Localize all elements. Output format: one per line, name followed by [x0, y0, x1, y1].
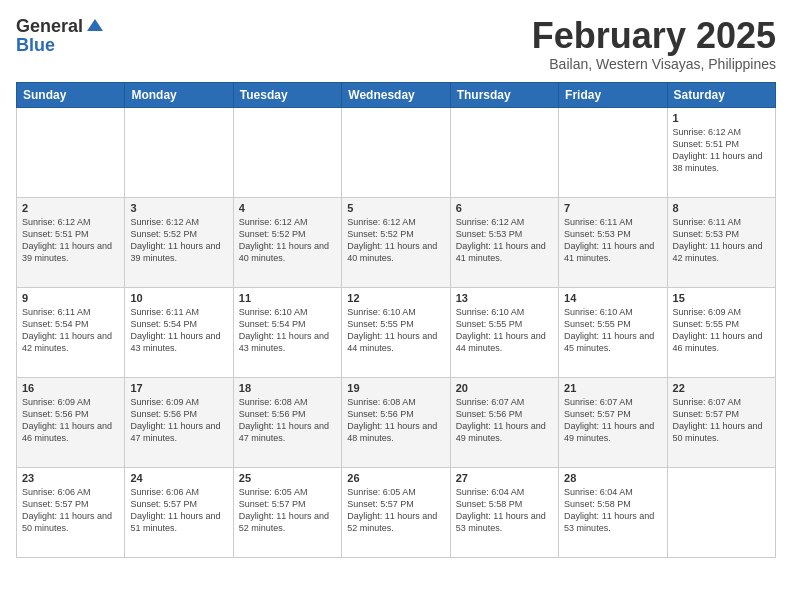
calendar-cell — [559, 107, 667, 197]
calendar-cell: 1Sunrise: 6:12 AM Sunset: 5:51 PM Daylig… — [667, 107, 775, 197]
day-info-text: Sunrise: 6:04 AM Sunset: 5:58 PM Dayligh… — [456, 486, 553, 535]
day-info-text: Sunrise: 6:10 AM Sunset: 5:55 PM Dayligh… — [564, 306, 661, 355]
calendar-cell: 12Sunrise: 6:10 AM Sunset: 5:55 PM Dayli… — [342, 287, 450, 377]
calendar-cell — [125, 107, 233, 197]
day-number: 17 — [130, 382, 227, 394]
day-number: 10 — [130, 292, 227, 304]
logo-general-text: General — [16, 16, 83, 37]
day-number: 27 — [456, 472, 553, 484]
day-of-week-saturday: Saturday — [667, 82, 775, 107]
calendar-cell: 10Sunrise: 6:11 AM Sunset: 5:54 PM Dayli… — [125, 287, 233, 377]
day-info-text: Sunrise: 6:09 AM Sunset: 5:56 PM Dayligh… — [130, 396, 227, 445]
day-number: 4 — [239, 202, 336, 214]
calendar-week-4: 16Sunrise: 6:09 AM Sunset: 5:56 PM Dayli… — [17, 377, 776, 467]
day-info-text: Sunrise: 6:07 AM Sunset: 5:57 PM Dayligh… — [673, 396, 770, 445]
day-number: 22 — [673, 382, 770, 394]
day-info-text: Sunrise: 6:12 AM Sunset: 5:51 PM Dayligh… — [673, 126, 770, 175]
day-number: 19 — [347, 382, 444, 394]
day-number: 21 — [564, 382, 661, 394]
day-number: 12 — [347, 292, 444, 304]
title-area: February 2025 Bailan, Western Visayas, P… — [532, 16, 776, 72]
day-number: 16 — [22, 382, 119, 394]
day-info-text: Sunrise: 6:10 AM Sunset: 5:55 PM Dayligh… — [456, 306, 553, 355]
day-info-text: Sunrise: 6:07 AM Sunset: 5:56 PM Dayligh… — [456, 396, 553, 445]
day-number: 6 — [456, 202, 553, 214]
day-number: 15 — [673, 292, 770, 304]
month-title: February 2025 — [532, 16, 776, 56]
day-info-text: Sunrise: 6:07 AM Sunset: 5:57 PM Dayligh… — [564, 396, 661, 445]
day-info-text: Sunrise: 6:11 AM Sunset: 5:53 PM Dayligh… — [564, 216, 661, 265]
calendar-header-row: SundayMondayTuesdayWednesdayThursdayFrid… — [17, 82, 776, 107]
day-info-text: Sunrise: 6:10 AM Sunset: 5:55 PM Dayligh… — [347, 306, 444, 355]
day-number: 7 — [564, 202, 661, 214]
calendar-week-3: 9Sunrise: 6:11 AM Sunset: 5:54 PM Daylig… — [17, 287, 776, 377]
logo-icon — [85, 17, 105, 37]
day-info-text: Sunrise: 6:12 AM Sunset: 5:51 PM Dayligh… — [22, 216, 119, 265]
calendar-cell: 19Sunrise: 6:08 AM Sunset: 5:56 PM Dayli… — [342, 377, 450, 467]
day-number: 9 — [22, 292, 119, 304]
day-number: 24 — [130, 472, 227, 484]
day-info-text: Sunrise: 6:11 AM Sunset: 5:54 PM Dayligh… — [130, 306, 227, 355]
calendar-week-1: 1Sunrise: 6:12 AM Sunset: 5:51 PM Daylig… — [17, 107, 776, 197]
day-of-week-friday: Friday — [559, 82, 667, 107]
day-info-text: Sunrise: 6:12 AM Sunset: 5:53 PM Dayligh… — [456, 216, 553, 265]
day-info-text: Sunrise: 6:12 AM Sunset: 5:52 PM Dayligh… — [239, 216, 336, 265]
calendar-cell: 24Sunrise: 6:06 AM Sunset: 5:57 PM Dayli… — [125, 467, 233, 557]
location-text: Bailan, Western Visayas, Philippines — [532, 56, 776, 72]
day-info-text: Sunrise: 6:11 AM Sunset: 5:53 PM Dayligh… — [673, 216, 770, 265]
logo: General Blue — [16, 16, 105, 56]
day-number: 14 — [564, 292, 661, 304]
calendar-cell: 27Sunrise: 6:04 AM Sunset: 5:58 PM Dayli… — [450, 467, 558, 557]
calendar-cell: 8Sunrise: 6:11 AM Sunset: 5:53 PM Daylig… — [667, 197, 775, 287]
calendar-cell: 11Sunrise: 6:10 AM Sunset: 5:54 PM Dayli… — [233, 287, 341, 377]
calendar-cell — [342, 107, 450, 197]
calendar-cell: 28Sunrise: 6:04 AM Sunset: 5:58 PM Dayli… — [559, 467, 667, 557]
calendar-week-2: 2Sunrise: 6:12 AM Sunset: 5:51 PM Daylig… — [17, 197, 776, 287]
svg-marker-0 — [87, 19, 103, 31]
calendar-week-5: 23Sunrise: 6:06 AM Sunset: 5:57 PM Dayli… — [17, 467, 776, 557]
calendar-cell: 18Sunrise: 6:08 AM Sunset: 5:56 PM Dayli… — [233, 377, 341, 467]
calendar-cell: 4Sunrise: 6:12 AM Sunset: 5:52 PM Daylig… — [233, 197, 341, 287]
day-of-week-sunday: Sunday — [17, 82, 125, 107]
day-info-text: Sunrise: 6:08 AM Sunset: 5:56 PM Dayligh… — [347, 396, 444, 445]
day-of-week-tuesday: Tuesday — [233, 82, 341, 107]
calendar-cell: 17Sunrise: 6:09 AM Sunset: 5:56 PM Dayli… — [125, 377, 233, 467]
day-info-text: Sunrise: 6:04 AM Sunset: 5:58 PM Dayligh… — [564, 486, 661, 535]
day-number: 8 — [673, 202, 770, 214]
calendar-cell: 2Sunrise: 6:12 AM Sunset: 5:51 PM Daylig… — [17, 197, 125, 287]
calendar-cell: 9Sunrise: 6:11 AM Sunset: 5:54 PM Daylig… — [17, 287, 125, 377]
calendar-cell: 14Sunrise: 6:10 AM Sunset: 5:55 PM Dayli… — [559, 287, 667, 377]
day-number: 23 — [22, 472, 119, 484]
day-of-week-monday: Monday — [125, 82, 233, 107]
calendar-cell — [667, 467, 775, 557]
day-number: 11 — [239, 292, 336, 304]
calendar-cell: 5Sunrise: 6:12 AM Sunset: 5:52 PM Daylig… — [342, 197, 450, 287]
day-info-text: Sunrise: 6:05 AM Sunset: 5:57 PM Dayligh… — [347, 486, 444, 535]
day-number: 13 — [456, 292, 553, 304]
day-info-text: Sunrise: 6:09 AM Sunset: 5:55 PM Dayligh… — [673, 306, 770, 355]
calendar-cell: 16Sunrise: 6:09 AM Sunset: 5:56 PM Dayli… — [17, 377, 125, 467]
day-of-week-thursday: Thursday — [450, 82, 558, 107]
calendar-cell: 13Sunrise: 6:10 AM Sunset: 5:55 PM Dayli… — [450, 287, 558, 377]
logo-blue-text: Blue — [16, 35, 55, 56]
calendar-cell: 25Sunrise: 6:05 AM Sunset: 5:57 PM Dayli… — [233, 467, 341, 557]
calendar-cell — [233, 107, 341, 197]
calendar-cell — [17, 107, 125, 197]
day-number: 28 — [564, 472, 661, 484]
day-number: 3 — [130, 202, 227, 214]
day-info-text: Sunrise: 6:05 AM Sunset: 5:57 PM Dayligh… — [239, 486, 336, 535]
day-info-text: Sunrise: 6:06 AM Sunset: 5:57 PM Dayligh… — [130, 486, 227, 535]
page-header: General Blue February 2025 Bailan, Weste… — [16, 16, 776, 72]
day-number: 18 — [239, 382, 336, 394]
calendar-cell: 7Sunrise: 6:11 AM Sunset: 5:53 PM Daylig… — [559, 197, 667, 287]
day-info-text: Sunrise: 6:10 AM Sunset: 5:54 PM Dayligh… — [239, 306, 336, 355]
day-number: 5 — [347, 202, 444, 214]
calendar-cell: 23Sunrise: 6:06 AM Sunset: 5:57 PM Dayli… — [17, 467, 125, 557]
calendar-cell: 3Sunrise: 6:12 AM Sunset: 5:52 PM Daylig… — [125, 197, 233, 287]
calendar-cell: 20Sunrise: 6:07 AM Sunset: 5:56 PM Dayli… — [450, 377, 558, 467]
calendar-cell: 26Sunrise: 6:05 AM Sunset: 5:57 PM Dayli… — [342, 467, 450, 557]
day-number: 26 — [347, 472, 444, 484]
day-number: 25 — [239, 472, 336, 484]
day-of-week-wednesday: Wednesday — [342, 82, 450, 107]
day-info-text: Sunrise: 6:09 AM Sunset: 5:56 PM Dayligh… — [22, 396, 119, 445]
